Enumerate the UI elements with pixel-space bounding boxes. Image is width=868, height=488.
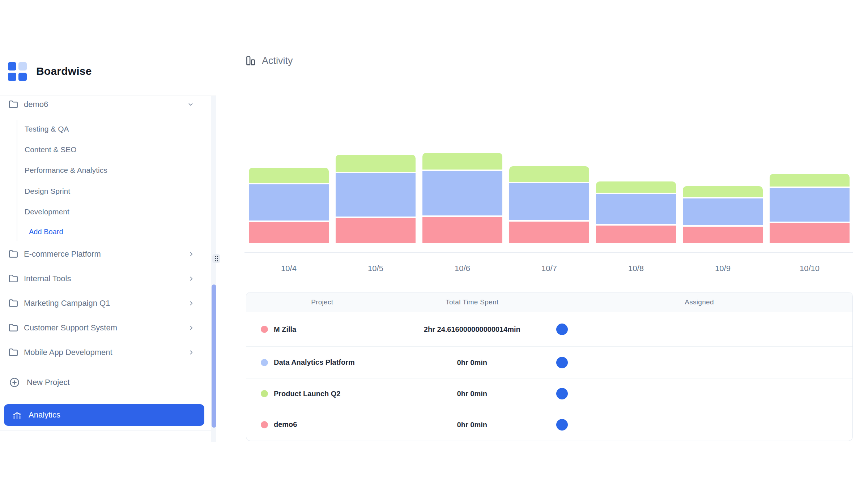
table-header-row: Project Total Time Spent Assigned	[246, 292, 852, 312]
chevron-right-icon[interactable]	[188, 349, 195, 356]
bar-segment-green[interactable]	[509, 166, 589, 182]
bar-segment-green[interactable]	[596, 181, 676, 193]
project-name: M Zilla	[274, 325, 296, 334]
stacked-bar-10/6[interactable]	[422, 153, 502, 243]
sidebar-board-item[interactable]: Content & SEO	[0, 142, 216, 158]
table-row: Data Analytics Platform0hr 0min	[246, 347, 852, 378]
chevron-right-icon[interactable]	[188, 325, 195, 331]
bar-segment-red[interactable]	[770, 223, 850, 243]
chevron-right-icon[interactable]	[188, 275, 195, 282]
add-board-button[interactable]: Add Board	[0, 224, 216, 240]
project-name: demo6	[274, 420, 297, 429]
sidebar-project-item[interactable]: Mobile App Development	[0, 343, 216, 362]
app-window: Boardwise demo6 Testing & QAContent & SE…	[0, 0, 868, 488]
project-label: E-commerce Platform	[24, 249, 101, 259]
sidebar-board-item[interactable]: Development	[0, 204, 216, 220]
activity-stacked-bar-chart	[244, 152, 853, 243]
folder-icon	[9, 100, 18, 109]
bar-segment-red[interactable]	[596, 226, 676, 243]
project-name: Data Analytics Platform	[274, 358, 355, 367]
sidebar-item-analytics[interactable]: Analytics	[4, 404, 204, 426]
sidebar-board-item[interactable]: Performance & Analytics	[0, 162, 216, 178]
folder-icon	[9, 274, 18, 283]
stacked-bar-10/5[interactable]	[336, 155, 416, 243]
total-time-value: 0hr 0min	[457, 358, 487, 367]
assignee-avatar[interactable]	[556, 324, 568, 335]
bar-segment-green[interactable]	[336, 155, 416, 172]
table-row: M Zilla2hr 24.616000000000014min	[246, 312, 852, 347]
table-row: Product Launch Q20hr 0min	[246, 378, 852, 409]
chevron-right-icon[interactable]	[188, 300, 195, 307]
group-label: demo6	[24, 100, 48, 109]
assignee-avatar[interactable]	[556, 388, 568, 399]
sidebar: Boardwise demo6 Testing & QAContent & SE…	[0, 0, 216, 442]
bar-segment-green[interactable]	[683, 186, 763, 197]
x-axis-label: 10/8	[596, 264, 676, 273]
submenu-guide-line	[17, 120, 17, 241]
board-label: Testing & QA	[25, 125, 69, 133]
sidebar-resize-grip[interactable]	[212, 254, 220, 263]
stacked-bar-10/4[interactable]	[249, 168, 329, 243]
stacked-bar-10/8[interactable]	[596, 181, 676, 243]
sidebar-project-item[interactable]: Marketing Campaign Q1	[0, 294, 216, 313]
total-time-value: 0hr 0min	[457, 389, 487, 398]
analytics-label: Analytics	[29, 410, 60, 420]
sidebar-project-item[interactable]: E-commerce Platform	[0, 245, 216, 264]
project-color-dot	[261, 421, 268, 428]
sidebar-board-item[interactable]: Testing & QA	[0, 121, 216, 137]
bar-segment-blue[interactable]	[683, 198, 763, 225]
project-label: Mobile App Development	[24, 348, 112, 357]
bar-segment-blue[interactable]	[249, 184, 329, 221]
assignee-avatar[interactable]	[556, 419, 568, 431]
folder-icon	[9, 299, 18, 308]
project-cell: Product Launch Q2	[246, 390, 398, 398]
bar-segment-red[interactable]	[509, 222, 589, 243]
stacked-bar-10/7[interactable]	[509, 166, 589, 243]
board-label: Development	[25, 207, 69, 216]
sidebar-project-item[interactable]: Customer Support System	[0, 318, 216, 337]
x-axis-label: 10/4	[249, 264, 329, 273]
bar-segment-blue[interactable]	[509, 183, 589, 220]
project-cell: M Zilla	[246, 325, 398, 334]
stacked-bar-10/9[interactable]	[683, 186, 763, 243]
bar-segment-green[interactable]	[770, 174, 850, 187]
chevron-down-icon[interactable]	[187, 101, 194, 108]
bar-segment-blue[interactable]	[770, 188, 850, 222]
table-row: demo60hr 0min	[246, 409, 852, 440]
bar-segment-blue[interactable]	[422, 171, 502, 215]
bar-segment-red[interactable]	[422, 217, 502, 243]
bar-segment-blue[interactable]	[336, 173, 416, 217]
bar-segment-green[interactable]	[249, 168, 329, 183]
column-header-assigned: Assigned	[546, 298, 852, 306]
divider	[0, 400, 216, 400]
board-label: Design Sprint	[25, 187, 70, 196]
x-axis-label: 10/9	[683, 264, 763, 273]
chevron-right-icon[interactable]	[188, 251, 195, 257]
page-title: Activity	[262, 55, 293, 67]
assignee-avatar[interactable]	[556, 357, 568, 368]
total-time-value: 2hr 24.616000000000014min	[424, 325, 520, 334]
bar-segment-red[interactable]	[249, 222, 329, 243]
project-color-dot	[261, 359, 268, 366]
analytics-chart-icon	[12, 410, 22, 420]
folder-icon	[9, 323, 18, 333]
assigned-cell	[546, 324, 852, 335]
bar-segment-red[interactable]	[683, 227, 763, 243]
project-cell: demo6	[246, 420, 398, 429]
bar-segment-green[interactable]	[422, 153, 502, 170]
column-header-project: Project	[246, 298, 398, 306]
new-project-button[interactable]: New Project	[0, 373, 216, 392]
board-label: Content & SEO	[25, 145, 77, 154]
app-title: Boardwise	[36, 65, 92, 77]
bar-segment-red[interactable]	[336, 218, 416, 243]
sidebar-group-demo6[interactable]: demo6	[0, 96, 216, 113]
sidebar-project-item[interactable]: Internal Tools	[0, 269, 216, 288]
bar-segment-blue[interactable]	[596, 194, 676, 224]
stacked-bar-10/10[interactable]	[770, 174, 850, 243]
divider	[0, 95, 216, 95]
sidebar-board-item[interactable]: Design Sprint	[0, 183, 216, 199]
sidebar-scrollbar-thumb[interactable]	[212, 284, 216, 428]
total-time-value: 0hr 0min	[457, 420, 487, 429]
boardwise-logo-icon	[8, 62, 27, 81]
x-axis-label: 10/7	[509, 264, 589, 273]
